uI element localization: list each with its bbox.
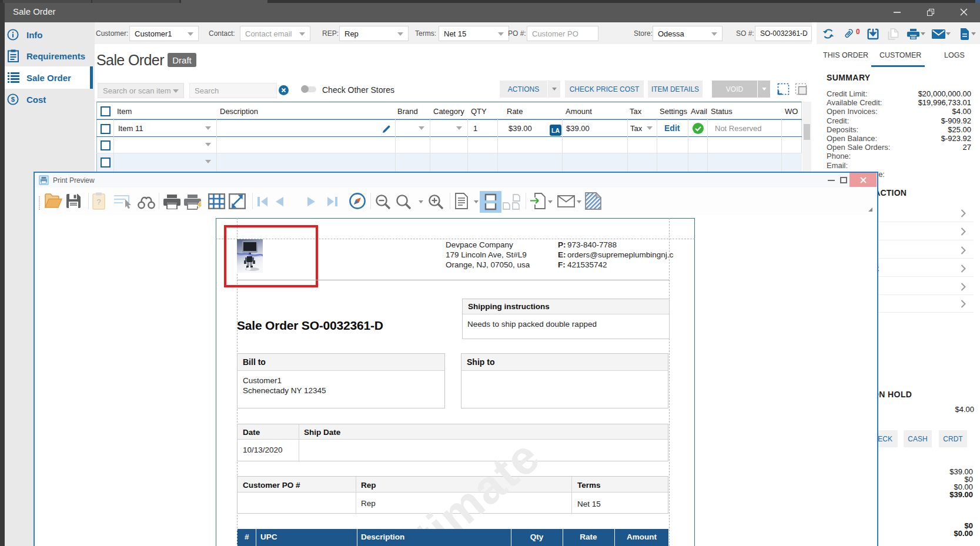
svg-text:?: ? — [96, 197, 101, 206]
svg-text:$: $ — [11, 96, 15, 103]
